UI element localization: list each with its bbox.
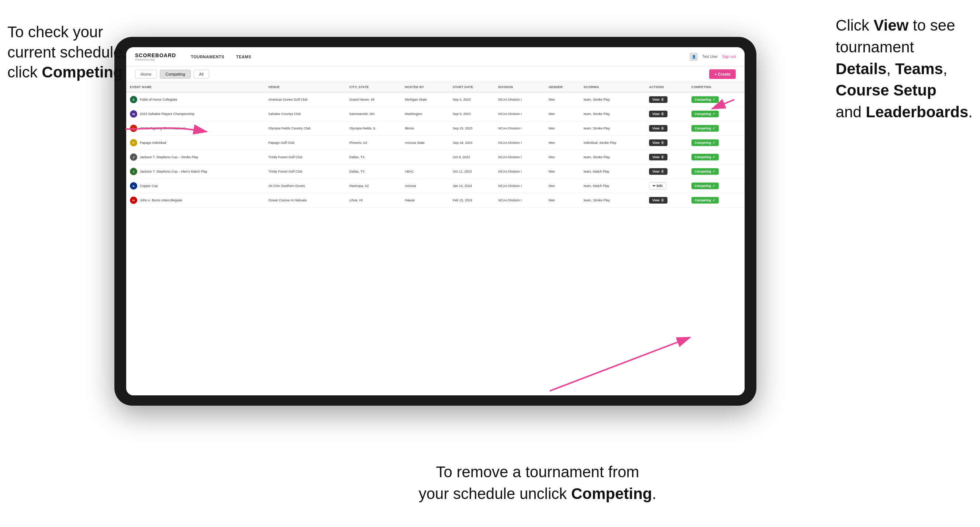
competing-button[interactable]: Competing ✓ bbox=[692, 96, 719, 103]
powered-by-text: Powered by clipp bbox=[135, 58, 176, 61]
competing-checkmark: ✓ bbox=[713, 112, 716, 116]
venue-cell: Ocean Course At Hokuala bbox=[264, 193, 346, 208]
annotation-tl-bold: Competing bbox=[42, 63, 123, 81]
annotation-tr-teams: Teams bbox=[895, 60, 943, 78]
navbar: SCOREBOARD Powered by clipp TOURNAMENTS … bbox=[126, 47, 745, 67]
team-logo: S bbox=[130, 96, 137, 103]
actions-cell: View ℹ bbox=[645, 193, 688, 208]
competing-label: Competing bbox=[695, 170, 711, 173]
view-button[interactable]: View ℹ bbox=[649, 197, 668, 203]
gender-cell: Men bbox=[545, 165, 580, 179]
division-cell: NCAA Division I bbox=[495, 121, 545, 136]
team-logo: P bbox=[130, 139, 137, 146]
competing-checkmark: ✓ bbox=[713, 170, 716, 173]
nav-teams[interactable]: TEAMS bbox=[236, 53, 251, 60]
competing-checkmark: ✓ bbox=[713, 98, 716, 102]
start-date-cell: Sep 15, 2023 bbox=[449, 121, 495, 136]
competing-button[interactable]: Competing ✓ bbox=[692, 140, 719, 146]
competing-label: Competing bbox=[695, 112, 711, 116]
competing-cell: Competing ✓ bbox=[688, 193, 745, 208]
competing-checkmark: ✓ bbox=[713, 198, 716, 202]
scoring-cell: team, Stroke Play bbox=[580, 121, 645, 136]
tab-home[interactable]: Home bbox=[135, 70, 157, 79]
col-division: DIVISION bbox=[495, 82, 545, 92]
competing-button[interactable]: Competing ✓ bbox=[692, 111, 719, 117]
gender-cell: Men bbox=[545, 92, 580, 107]
actions-cell: View ℹ bbox=[645, 92, 688, 107]
event-name: Jackson T. Stephens Cup – Stroke Play bbox=[140, 155, 198, 159]
competing-button[interactable]: Competing ✓ bbox=[692, 183, 719, 189]
gender-cell: Men bbox=[545, 179, 580, 193]
team-logo: A bbox=[130, 182, 137, 190]
col-city-state: CITY, STATE bbox=[346, 82, 401, 92]
gender-cell: Men bbox=[545, 136, 580, 150]
view-button[interactable]: View ℹ bbox=[649, 96, 668, 103]
hosted-by-cell: Illinois bbox=[401, 121, 449, 136]
competing-checkmark: ✓ bbox=[713, 155, 716, 159]
competing-label: Competing bbox=[695, 98, 711, 102]
division-cell: NCAA Division I bbox=[495, 179, 545, 193]
event-name-cell: A Copper Cup bbox=[126, 179, 264, 193]
annotation-tr-course-setup: Course Setup bbox=[836, 81, 937, 99]
table-row: W 2023 Sahalee Players Championship Saha… bbox=[126, 107, 745, 121]
nav-tournaments[interactable]: TOURNAMENTS bbox=[191, 53, 224, 60]
division-cell: NCAA Division I bbox=[495, 92, 545, 107]
competing-cell: Competing ✓ bbox=[688, 121, 745, 136]
view-button[interactable]: View ℹ bbox=[649, 140, 668, 146]
view-button[interactable]: View ℹ bbox=[649, 154, 668, 160]
gender-cell: Men bbox=[545, 121, 580, 136]
start-date-cell: Oct 9, 2023 bbox=[449, 150, 495, 165]
actions-cell: View ℹ bbox=[645, 107, 688, 121]
event-name: John A. Burns Intercollegiate bbox=[140, 198, 182, 202]
tablet-screen: SCOREBOARD Powered by clipp TOURNAMENTS … bbox=[126, 47, 745, 395]
brand-title: SCOREBOARD bbox=[135, 53, 176, 58]
venue-cell: Sahalee Country Club bbox=[264, 107, 346, 121]
team-logo: I bbox=[130, 125, 137, 132]
division-cell: NCAA Division I bbox=[495, 193, 545, 208]
hosted-by-cell: Arizona bbox=[401, 179, 449, 193]
tab-competing[interactable]: Competing bbox=[160, 70, 190, 79]
event-name: Folds of Honor Collegiate bbox=[140, 98, 178, 102]
competing-button[interactable]: Competing ✓ bbox=[692, 168, 719, 175]
actions-cell: View ℹ bbox=[645, 121, 688, 136]
gender-cell: Men bbox=[545, 107, 580, 121]
tournaments-table-container: EVENT NAME VENUE CITY, STATE HOSTED BY S… bbox=[126, 82, 745, 395]
competing-checkmark: ✓ bbox=[713, 184, 716, 188]
city-state-cell: Maricopa, AZ bbox=[346, 179, 401, 193]
tab-all[interactable]: All bbox=[194, 70, 209, 79]
col-gender: GENDER bbox=[545, 82, 580, 92]
city-state-cell: Olympia Fields, IL bbox=[346, 121, 401, 136]
table-row: J Jackson T. Stephens Cup – Men's Match … bbox=[126, 165, 745, 179]
competing-button[interactable]: Competing ✓ bbox=[692, 125, 719, 132]
view-button[interactable]: View ℹ bbox=[649, 168, 668, 175]
event-name: Copper Cup bbox=[140, 184, 158, 188]
scoring-cell: individual, Stroke Play bbox=[580, 136, 645, 150]
venue-cell: Trinity Forest Golf Club bbox=[264, 150, 346, 165]
view-button[interactable]: View ℹ bbox=[649, 125, 668, 132]
team-logo: W bbox=[130, 110, 137, 117]
scoring-cell: team, Stroke Play bbox=[580, 150, 645, 165]
city-state-cell: Phoenix, AZ bbox=[346, 136, 401, 150]
start-date-cell: Jan 14, 2024 bbox=[449, 179, 495, 193]
competing-button[interactable]: Competing ✓ bbox=[692, 154, 719, 160]
competing-button[interactable]: Competing ✓ bbox=[692, 197, 719, 203]
event-name-cell: S Folds of Honor Collegiate bbox=[126, 92, 264, 107]
edit-button[interactable]: ✏ Edit bbox=[649, 182, 666, 190]
competing-cell: Competing ✓ bbox=[688, 92, 745, 107]
city-state-cell: Dallas, TX bbox=[346, 165, 401, 179]
annotation-tr-details: Details bbox=[836, 60, 887, 78]
hosted-by-cell: ABAC bbox=[401, 165, 449, 179]
city-state-cell: Dallas, TX bbox=[346, 150, 401, 165]
city-state-cell: Grand Haven, MI bbox=[346, 92, 401, 107]
table-row: I OFCC Fighting Illini Invitational Olym… bbox=[126, 121, 745, 136]
create-button[interactable]: + Create bbox=[709, 69, 736, 79]
view-button[interactable]: View ℹ bbox=[649, 111, 668, 117]
competing-cell: Competing ✓ bbox=[688, 179, 745, 193]
signout-link[interactable]: Sign out bbox=[722, 55, 736, 59]
table-row: H John A. Burns Intercollegiate Ocean Co… bbox=[126, 193, 745, 208]
table-row: J Jackson T. Stephens Cup – Stroke Play … bbox=[126, 150, 745, 165]
scoring-cell: team, Match Play bbox=[580, 165, 645, 179]
nav-user: Test User bbox=[702, 55, 718, 59]
table-row: A Copper Cup Ak-Chin Southern Dunes Mari… bbox=[126, 179, 745, 193]
actions-cell: View ℹ bbox=[645, 165, 688, 179]
